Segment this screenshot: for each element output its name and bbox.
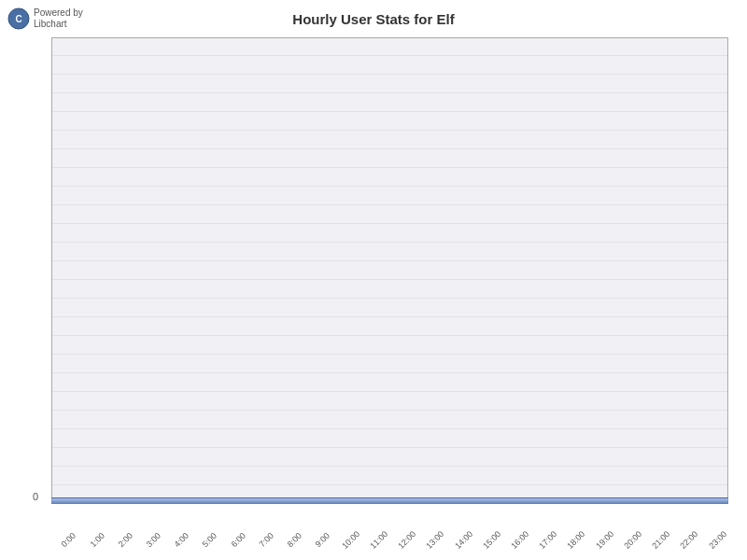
chart-title: Hourly User Stats for Elf: [0, 0, 747, 27]
x-label-item: 14:00: [446, 533, 474, 546]
chart-border-top: [51, 37, 728, 38]
x-label-2: 2:00: [116, 531, 134, 549]
x-label-20: 20:00: [622, 529, 643, 551]
powered-by-badge: C Powered by Libchart: [7, 7, 83, 30]
x-label-17: 17:00: [538, 529, 559, 551]
chart-border-left: [51, 37, 52, 504]
x-label-5: 5:00: [201, 531, 218, 549]
x-label-item: 2:00: [107, 533, 135, 546]
x-label-13: 13:00: [425, 529, 446, 551]
x-label-item: 1:00: [79, 533, 107, 546]
chart-zero-line: [51, 497, 728, 498]
x-label-4: 4:00: [173, 531, 190, 549]
x-label-item: 9:00: [305, 533, 333, 546]
x-label-item: 20:00: [615, 533, 643, 546]
x-label-item: 23:00: [700, 533, 728, 546]
x-label-item: 21:00: [643, 533, 671, 546]
x-label-item: 11:00: [361, 533, 389, 546]
x-label-item: 8:00: [277, 533, 305, 546]
libchart-logo-icon: C: [7, 7, 30, 30]
chart-container: 0 0:00 1:00 2:00 3:00 4:00 5:00 6:00 7:0…: [51, 37, 728, 504]
x-label-23: 23:00: [707, 529, 728, 551]
x-label-9: 9:00: [314, 531, 331, 549]
x-label-8: 8:00: [286, 531, 303, 549]
x-label-item: 19:00: [587, 533, 615, 546]
x-label-18: 18:00: [566, 529, 587, 551]
x-label-19: 19:00: [594, 529, 615, 551]
chart-background-stripes: [51, 37, 728, 504]
x-label-item: 10:00: [333, 533, 361, 546]
x-label-item: 3:00: [136, 533, 164, 546]
x-label-3: 3:00: [145, 531, 162, 549]
chart-data-fill: [51, 498, 728, 504]
x-label-item: 13:00: [418, 533, 446, 546]
x-label-14: 14:00: [453, 529, 474, 551]
x-label-16: 16:00: [509, 529, 530, 551]
svg-text:C: C: [15, 14, 21, 24]
x-label-1: 1:00: [88, 531, 106, 549]
x-label-item: 7:00: [248, 533, 276, 546]
x-label-10: 10:00: [340, 529, 361, 551]
x-label-item: 4:00: [164, 533, 192, 546]
x-label-7: 7:00: [257, 531, 275, 549]
x-label-item: 17:00: [530, 533, 558, 546]
x-label-11: 11:00: [368, 529, 389, 551]
x-label-22: 22:00: [679, 529, 700, 551]
x-label-12: 12:00: [397, 529, 418, 551]
x-label-item: 0:00: [51, 533, 79, 546]
chart-border-right: [727, 37, 728, 504]
x-label-item: 22:00: [671, 533, 699, 546]
x-label-21: 21:00: [650, 529, 671, 551]
x-label-item: 18:00: [559, 533, 587, 546]
x-label-item: 16:00: [502, 533, 530, 546]
powered-by-line2: Libchart: [34, 19, 83, 30]
x-label-item: 12:00: [389, 533, 417, 546]
x-label-item: 15:00: [474, 533, 502, 546]
chart-area: 0 0:00 1:00 2:00 3:00 4:00 5:00 6:00 7:0…: [51, 37, 728, 504]
powered-by-line1: Powered by: [34, 7, 83, 19]
x-label-15: 15:00: [481, 529, 502, 551]
x-label-6: 6:00: [229, 531, 247, 549]
x-label-item: 6:00: [220, 533, 248, 546]
x-label-item: 5:00: [192, 533, 220, 546]
x-axis: 0:00 1:00 2:00 3:00 4:00 5:00 6:00 7:00 …: [51, 533, 728, 546]
y-axis-zero-label: 0: [33, 491, 38, 502]
x-label-0: 0:00: [60, 531, 78, 549]
